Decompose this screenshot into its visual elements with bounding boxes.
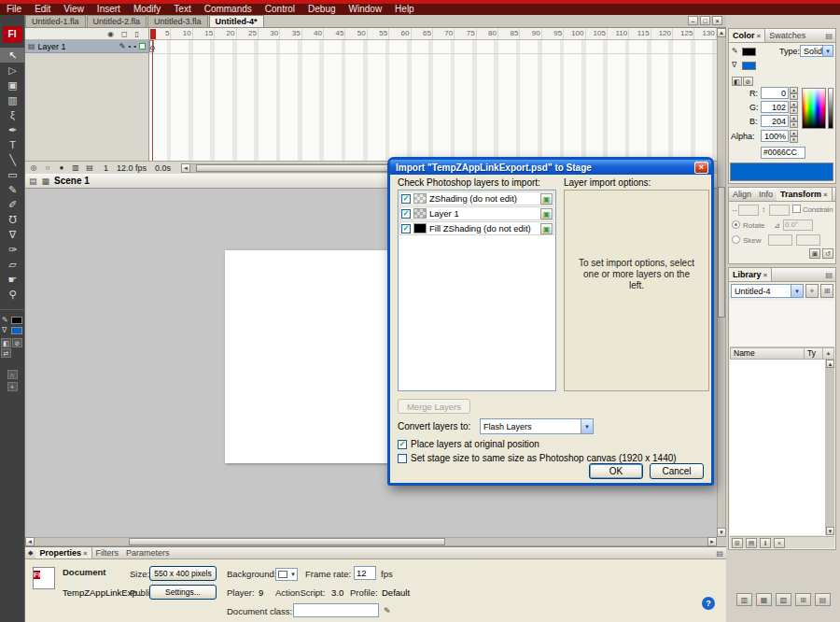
- tab-swatches[interactable]: Swatches: [765, 29, 809, 42]
- scroll-up-icon[interactable]: ▲: [826, 360, 834, 368]
- menu-item-commands[interactable]: Commands: [198, 4, 259, 15]
- library-type-column[interactable]: Ty: [805, 347, 823, 360]
- no-color-icon[interactable]: ⊘: [12, 338, 22, 347]
- reset-transform-icon[interactable]: ↺: [822, 248, 833, 259]
- r-stepper[interactable]: ▴▾: [790, 87, 798, 99]
- library-item-list[interactable]: [730, 360, 826, 535]
- show-hide-layers-icon[interactable]: ◉: [107, 30, 114, 38]
- menu-item-edit[interactable]: Edit: [28, 4, 57, 15]
- lasso-tool[interactable]: ξ: [0, 107, 25, 122]
- dialog-titlebar[interactable]: Import "TempZAppLinkExport.psd" to Stage…: [390, 160, 711, 175]
- skew-radio[interactable]: [732, 235, 740, 244]
- scroll-up-icon[interactable]: ▲: [717, 28, 726, 37]
- alpha-stepper[interactable]: ▴▾: [790, 130, 798, 142]
- frame-rate-value[interactable]: 12.0 fps: [117, 163, 147, 173]
- close-icon[interactable]: ×: [757, 32, 762, 40]
- new-library-window-icon[interactable]: ⊞: [820, 284, 833, 298]
- subselection-tool[interactable]: ▷: [0, 63, 25, 78]
- lock-layers-icon[interactable]: ◻: [121, 30, 128, 38]
- black-white-colors-icon[interactable]: ◧: [1, 338, 11, 347]
- rectangle-tool[interactable]: ▭: [0, 167, 25, 182]
- edit-multiple-frames-icon[interactable]: ▥: [70, 163, 81, 172]
- timeline-frames[interactable]: [149, 40, 717, 161]
- alpha-input[interactable]: [761, 130, 789, 142]
- dialog-close-button[interactable]: ×: [694, 162, 708, 174]
- layer-visibility-dot[interactable]: •: [128, 42, 131, 50]
- zoom-tool[interactable]: ⚲: [0, 287, 25, 302]
- close-window-button[interactable]: ×: [712, 16, 722, 25]
- line-tool[interactable]: ╲: [0, 152, 25, 167]
- library-scrollbar[interactable]: ▲ ▼: [826, 360, 834, 535]
- r-input[interactable]: [761, 87, 789, 99]
- sort-order-icon[interactable]: ▲: [823, 347, 834, 360]
- no-color-icon[interactable]: ⊘: [743, 77, 753, 86]
- scroll-right-icon[interactable]: ►: [707, 537, 717, 546]
- b-input[interactable]: [761, 115, 789, 127]
- library-document-select[interactable]: Untitled-4 ▼: [731, 284, 804, 298]
- new-folder-icon[interactable]: ▤: [746, 538, 757, 548]
- panel-menu-icon[interactable]: ▤: [825, 271, 835, 279]
- dock-panel-icon-5[interactable]: ▤: [815, 593, 831, 606]
- tab-info[interactable]: Info: [755, 188, 777, 201]
- color-type-select[interactable]: Solid ▼: [800, 45, 833, 57]
- g-stepper[interactable]: ▴▾: [790, 101, 798, 113]
- library-name-column[interactable]: Name: [730, 347, 805, 360]
- constrain-checkbox[interactable]: [792, 205, 801, 213]
- snap-to-objects-icon[interactable]: ∩: [7, 370, 18, 379]
- outline-layers-icon[interactable]: ▯: [135, 30, 139, 38]
- close-icon[interactable]: ×: [83, 549, 88, 558]
- scroll-left-icon[interactable]: ◄: [181, 163, 190, 173]
- playhead-marker[interactable]: [150, 29, 156, 39]
- menu-item-file[interactable]: File: [0, 4, 28, 15]
- gradient-transform-tool[interactable]: ▥: [0, 92, 25, 107]
- onion-skin-icon[interactable]: ○: [42, 163, 53, 172]
- hand-tool[interactable]: ☛: [0, 272, 25, 287]
- layer-row[interactable]: ▤ Layer 1 ✎ • •: [25, 40, 148, 53]
- close-icon[interactable]: ×: [763, 271, 768, 279]
- layer-outline-color[interactable]: [139, 43, 146, 49]
- fill-color-well[interactable]: [742, 62, 756, 70]
- cancel-button[interactable]: Cancel: [650, 463, 704, 479]
- paint-bucket-tool[interactable]: ∇: [0, 227, 25, 242]
- center-frame-icon[interactable]: ◎: [28, 163, 39, 172]
- scene-name[interactable]: Scene 1: [54, 176, 90, 186]
- scroll-down-icon[interactable]: ▼: [826, 527, 834, 535]
- pane-toggle-icon[interactable]: ▤: [29, 177, 37, 186]
- skew-v-field[interactable]: [796, 234, 820, 246]
- layer-lock-dot[interactable]: •: [133, 42, 136, 50]
- g-input[interactable]: [761, 101, 789, 113]
- tab-align[interactable]: Align: [729, 188, 755, 201]
- rotate-angle-field[interactable]: 0.0°: [783, 219, 813, 231]
- pin-library-icon[interactable]: ⌖: [805, 284, 819, 298]
- dock-panel-icon-2[interactable]: ▦: [756, 593, 772, 606]
- transform-width-field[interactable]: [738, 205, 759, 216]
- edit-class-pencil-icon[interactable]: ✎: [384, 606, 391, 615]
- psd-layer-row[interactable]: ✓Fill ZShading (do not edit)▣: [399, 221, 554, 235]
- scene-icon[interactable]: ▦: [42, 177, 50, 186]
- menu-item-text[interactable]: Text: [167, 4, 197, 15]
- ok-button[interactable]: OK: [589, 463, 643, 479]
- close-icon[interactable]: ×: [823, 191, 828, 199]
- skew-h-field[interactable]: [768, 234, 792, 246]
- brightness-slider[interactable]: [828, 88, 833, 129]
- doc-tab-1[interactable]: Untitled-1.fla: [25, 15, 86, 27]
- selection-tool[interactable]: ↖: [0, 48, 25, 63]
- eyedropper-tool[interactable]: ✑: [0, 242, 25, 257]
- scroll-down-icon[interactable]: ▼: [717, 528, 726, 537]
- ink-bottle-tool[interactable]: ℧: [0, 212, 25, 227]
- stage-hscrollbar[interactable]: ◄ ►: [25, 537, 717, 546]
- item-properties-icon[interactable]: ℹ: [760, 538, 771, 548]
- tool-option-icon[interactable]: +: [7, 382, 18, 391]
- panel-menu-icon[interactable]: ▤: [825, 32, 835, 40]
- doc-tab-2[interactable]: Untitled-2.fla: [87, 15, 147, 27]
- background-color-swatch[interactable]: ▼: [275, 568, 298, 581]
- layer-checkbox[interactable]: ✓: [401, 224, 411, 233]
- menu-item-help[interactable]: Help: [388, 4, 421, 15]
- rotate-radio[interactable]: [732, 220, 740, 229]
- menu-item-debug[interactable]: Debug: [301, 4, 342, 15]
- color-spectrum-picker[interactable]: [802, 88, 826, 129]
- menu-item-modify[interactable]: Modify: [127, 4, 167, 15]
- psd-layer-list[interactable]: ✓ZShading (do not edit)▣✓Layer 1▣✓Fill Z…: [398, 190, 556, 391]
- delete-item-icon[interactable]: ×: [774, 538, 785, 548]
- free-transform-tool[interactable]: ▣: [0, 78, 25, 92]
